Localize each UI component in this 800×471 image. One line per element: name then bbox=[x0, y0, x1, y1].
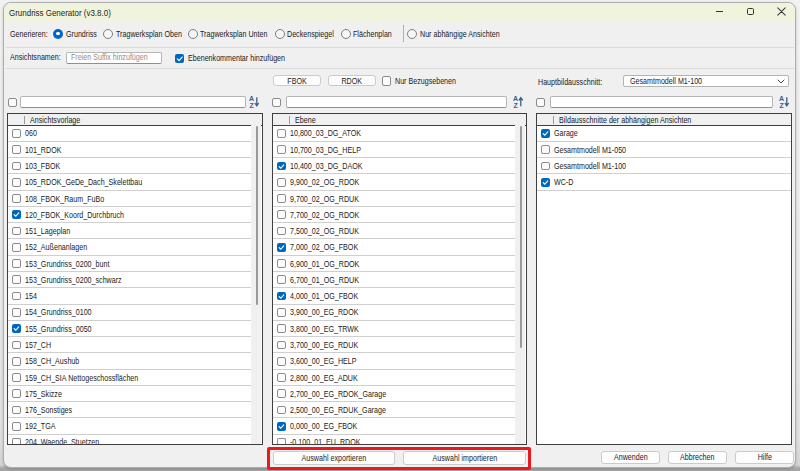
svg-text:A: A bbox=[513, 96, 518, 102]
svg-text:A: A bbox=[779, 96, 784, 102]
svg-text:Z: Z bbox=[249, 102, 254, 108]
svg-text:Z: Z bbox=[779, 102, 784, 108]
svg-text:Z: Z bbox=[513, 102, 518, 108]
svg-text:A: A bbox=[249, 96, 254, 102]
